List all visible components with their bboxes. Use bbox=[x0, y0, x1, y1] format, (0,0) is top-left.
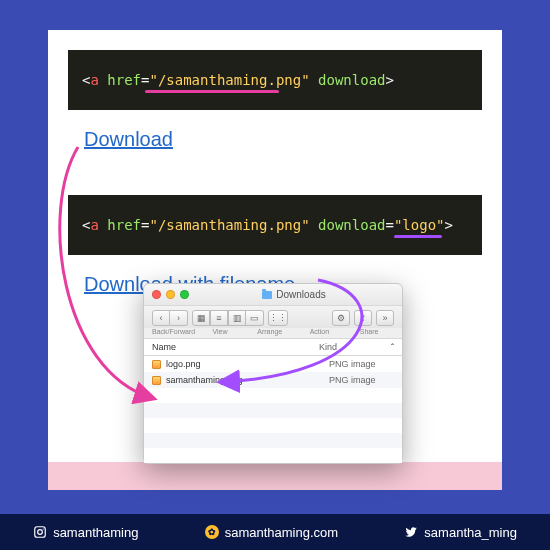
finder-window: Downloads ‹ › ▦ ≡ ▥ ▭ ⋮⋮ ⚙ ⇪ » Back/Forw… bbox=[143, 283, 403, 464]
instagram-icon bbox=[33, 525, 47, 539]
file-icon bbox=[152, 360, 161, 369]
minimize-icon[interactable] bbox=[166, 290, 175, 299]
folder-icon bbox=[262, 291, 272, 299]
table-row bbox=[144, 403, 402, 418]
code-tag: a bbox=[90, 72, 98, 88]
view-buttons: ▦ ≡ ▥ ▭ bbox=[192, 310, 264, 326]
table-row[interactable]: logo.png PNG image bbox=[144, 356, 402, 372]
table-row bbox=[144, 448, 402, 463]
column-name[interactable]: Name bbox=[152, 342, 319, 352]
download-link-1[interactable]: Download bbox=[84, 128, 173, 151]
view-gallery-button[interactable]: ▭ bbox=[246, 310, 264, 326]
maximize-icon[interactable] bbox=[180, 290, 189, 299]
code-attr-href: href bbox=[107, 72, 141, 88]
back-button[interactable]: ‹ bbox=[152, 310, 170, 326]
finder-toolbar: ‹ › ▦ ≡ ▥ ▭ ⋮⋮ ⚙ ⇪ » bbox=[144, 306, 402, 328]
code-block-1: <a href="/samanthaming.png" download> bbox=[68, 50, 482, 110]
social-website[interactable]: ✿ samanthaming.com bbox=[205, 525, 338, 540]
code-value-download: "logo" bbox=[394, 217, 445, 233]
twitter-icon bbox=[404, 525, 418, 539]
finder-title: Downloads bbox=[194, 289, 394, 300]
table-row bbox=[144, 418, 402, 433]
table-row[interactable]: samanthaming.png PNG image bbox=[144, 372, 402, 388]
sort-icon: ˆ bbox=[384, 342, 394, 352]
website-icon: ✿ bbox=[205, 525, 219, 539]
social-instagram[interactable]: samanthaming bbox=[33, 525, 138, 540]
pink-strip bbox=[48, 462, 502, 490]
underline-logo bbox=[394, 235, 442, 238]
finder-titlebar: Downloads bbox=[144, 284, 402, 306]
view-column-button[interactable]: ▥ bbox=[228, 310, 246, 326]
underline-filename-1 bbox=[145, 90, 279, 93]
view-list-button[interactable]: ≡ bbox=[210, 310, 228, 326]
forward-button[interactable]: › bbox=[170, 310, 188, 326]
social-twitter[interactable]: samantha_ming bbox=[404, 525, 517, 540]
table-row bbox=[144, 433, 402, 448]
table-row bbox=[144, 388, 402, 403]
toolbar-labels: Back/Forward View Arrange Action Share bbox=[144, 328, 402, 339]
arrange-button[interactable]: ⋮⋮ bbox=[268, 310, 288, 326]
close-icon[interactable] bbox=[152, 290, 161, 299]
code-block-2: <a href="/samanthaming.png" download="lo… bbox=[68, 195, 482, 255]
action-button[interactable]: ⚙ bbox=[332, 310, 350, 326]
file-icon bbox=[152, 376, 161, 385]
more-button[interactable]: » bbox=[376, 310, 394, 326]
nav-buttons: ‹ › bbox=[152, 310, 188, 326]
footer: samanthaming ✿ samanthaming.com samantha… bbox=[0, 514, 550, 550]
finder-header-row: Name Kind ˆ bbox=[144, 339, 402, 356]
column-kind[interactable]: Kind bbox=[319, 342, 384, 352]
code-value-href: "/samanthaming.png" bbox=[149, 72, 309, 88]
share-button[interactable]: ⇪ bbox=[354, 310, 372, 326]
code-attr-download: download bbox=[318, 72, 385, 88]
code-bracket: > bbox=[386, 72, 394, 88]
finder-rows: logo.png PNG image samanthaming.png PNG … bbox=[144, 356, 402, 463]
view-icon-button[interactable]: ▦ bbox=[192, 310, 210, 326]
